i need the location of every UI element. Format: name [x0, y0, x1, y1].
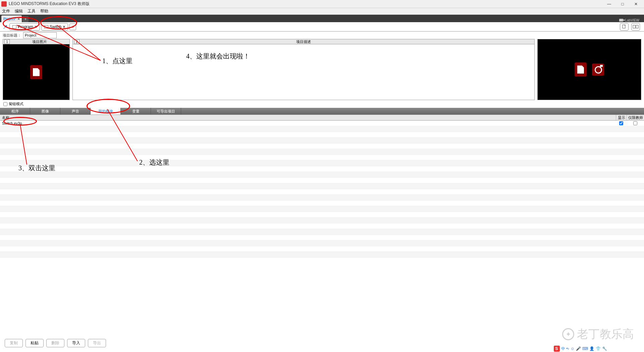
- ctab-exportable[interactable]: 可导出项目: [151, 108, 181, 115]
- list-header: 名称 显示 仅限教师: [0, 115, 644, 121]
- ime-icon[interactable]: 👕: [596, 346, 601, 351]
- table-row[interactable]: [0, 235, 644, 240]
- content-tabs: 程序 图像 声音 我的模块 变量 可导出项目: [0, 108, 644, 115]
- menu-tools[interactable]: 工具: [28, 8, 36, 14]
- tab-switch-label: Switch: [50, 25, 61, 29]
- title-bar: LEGO MINDSTORMS Education EV3 教师版 — □ ✕: [0, 0, 644, 8]
- table-row[interactable]: [0, 126, 644, 132]
- table-row[interactable]: [0, 246, 644, 252]
- menu-help[interactable]: 帮助: [40, 8, 48, 14]
- col-teacher: 仅限教师: [627, 115, 644, 120]
- paste-button[interactable]: 粘贴: [25, 339, 44, 347]
- table-row[interactable]: [0, 161, 644, 166]
- svg-rect-3: [633, 25, 635, 28]
- ime-icon[interactable]: 🎤: [576, 346, 581, 351]
- table-row[interactable]: [0, 149, 644, 155]
- tab-switch[interactable]: Switch ×: [41, 23, 68, 31]
- table-row[interactable]: [0, 218, 644, 223]
- minimize-button[interactable]: —: [602, 0, 616, 8]
- panel2-title: 项目描述: [296, 39, 311, 44]
- close-button[interactable]: ✕: [629, 0, 643, 8]
- show-checkbox[interactable]: [619, 121, 623, 125]
- table-row[interactable]: [0, 229, 644, 235]
- tab-program[interactable]: Program ×: [9, 23, 40, 31]
- delete-button[interactable]: 删除: [46, 339, 64, 347]
- table-row[interactable]: [0, 166, 644, 172]
- new-project-button[interactable]: +: [22, 16, 29, 22]
- page-button-2[interactable]: [631, 23, 640, 31]
- project-tab-label: Project*: [3, 17, 16, 21]
- table-row[interactable]: [0, 132, 644, 138]
- table-row[interactable]: [0, 189, 644, 195]
- ime-lang[interactable]: 中: [561, 346, 565, 352]
- table-row[interactable]: [0, 195, 644, 201]
- ime-icon[interactable]: ⌨: [582, 346, 588, 351]
- table-row[interactable]: [0, 212, 644, 218]
- table-row[interactable]: [0, 223, 644, 229]
- project-tab[interactable]: Project* ×: [1, 15, 22, 22]
- ctab-variables[interactable]: 变量: [121, 108, 151, 115]
- table-row[interactable]: [0, 240, 644, 246]
- sogou-icon[interactable]: S: [554, 346, 560, 352]
- app-title: LEGO MINDSTORMS Education EV3 教师版: [9, 1, 602, 7]
- project-description-panel: 2 项目描述: [72, 39, 535, 100]
- ime-icon[interactable]: •›: [567, 346, 569, 351]
- watermark: ✦ 老丁教乐高: [562, 326, 634, 342]
- project-tab-strip: Project* × + LabVIEW: [0, 15, 644, 22]
- close-icon[interactable]: ×: [63, 25, 65, 29]
- col-show: 显示: [616, 115, 627, 120]
- video-placeholder-icon[interactable]: [592, 63, 604, 76]
- table-row[interactable]: [0, 138, 644, 143]
- table-row[interactable]: [0, 206, 644, 212]
- media-panel: [537, 39, 641, 100]
- svg-rect-4: [636, 25, 638, 28]
- project-title-row: 项目标题：: [0, 32, 644, 39]
- table-row[interactable]: Switch.ev3p: [0, 121, 644, 126]
- program-tab-row: Program × Switch × +: [0, 22, 644, 32]
- close-icon[interactable]: ×: [18, 17, 20, 21]
- table-row[interactable]: [0, 178, 644, 183]
- bottom-buttons: 复制 粘贴 删除 导入 导出: [5, 339, 106, 347]
- ime-icon[interactable]: 🔧: [602, 346, 607, 351]
- panel1-header: 1 项目图片: [3, 39, 70, 44]
- menu-edit[interactable]: 编辑: [15, 8, 23, 14]
- program-icon: [44, 25, 48, 29]
- image-placeholder-icon[interactable]: [575, 62, 587, 77]
- table-row[interactable]: [0, 172, 644, 178]
- table-row[interactable]: [0, 201, 644, 206]
- watermark-text: 老丁教乐高: [577, 326, 634, 342]
- ime-icon[interactable]: 👤: [589, 346, 594, 351]
- new-program-button[interactable]: +: [69, 24, 76, 30]
- maximize-button[interactable]: □: [616, 0, 629, 8]
- tab-program-label: Program: [18, 25, 33, 29]
- table-row[interactable]: [0, 183, 644, 189]
- panel1-num: 1: [4, 39, 10, 44]
- panels-row: 1 项目图片 2 项目描述: [0, 39, 644, 100]
- menu-bar: 文件 编辑 工具 帮助: [0, 8, 644, 15]
- project-title-input[interactable]: [23, 32, 57, 38]
- svg-rect-0: [619, 19, 623, 21]
- copy-button[interactable]: 复制: [5, 339, 23, 347]
- ctab-myblocks[interactable]: 我的模块: [91, 108, 121, 115]
- app-icon: [1, 1, 7, 7]
- ime-icon[interactable]: ☺: [571, 346, 575, 351]
- ctab-sounds[interactable]: 声音: [60, 108, 91, 115]
- ime-bar: S 中 •› ☺ 🎤 ⌨ 👤 👕 🔧: [554, 345, 607, 352]
- program-icon: [12, 25, 16, 29]
- menu-file[interactable]: 文件: [2, 8, 10, 14]
- table-row[interactable]: [0, 143, 644, 149]
- wrench-icon[interactable]: [2, 24, 8, 30]
- page-button-1[interactable]: [620, 23, 629, 31]
- chain-mode-checkbox[interactable]: [3, 102, 7, 106]
- panel2-num: 2: [74, 39, 79, 44]
- close-icon[interactable]: ×: [35, 25, 37, 29]
- ctab-images[interactable]: 图像: [30, 108, 60, 115]
- ctab-programs[interactable]: 程序: [0, 108, 30, 115]
- panel1-body[interactable]: [3, 44, 70, 100]
- panel2-body[interactable]: [72, 44, 535, 100]
- export-button[interactable]: 导出: [88, 339, 106, 347]
- teacher-checkbox[interactable]: [633, 121, 637, 125]
- table-row[interactable]: [0, 155, 644, 161]
- table-row[interactable]: [0, 252, 644, 258]
- import-button[interactable]: 导入: [67, 339, 85, 347]
